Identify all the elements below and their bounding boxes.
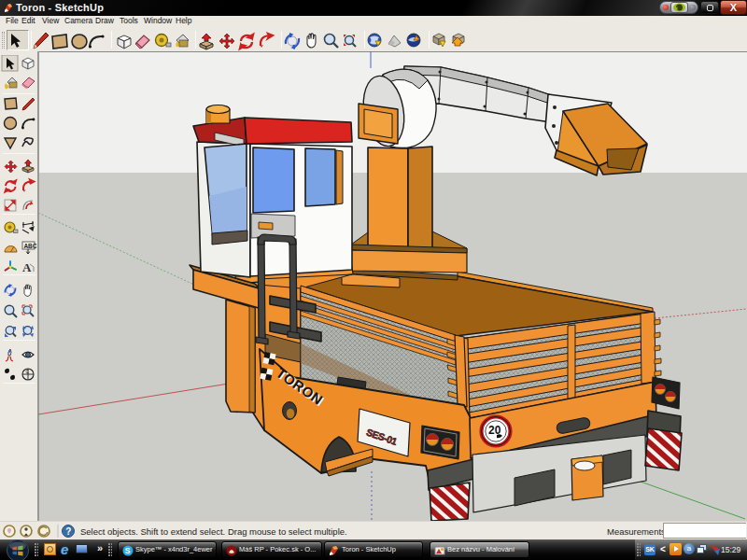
svg-text:?: ? [65, 526, 71, 537]
svg-text:A: A [22, 260, 32, 274]
svg-text:S: S [125, 546, 131, 555]
svg-text:ABC: ABC [23, 243, 36, 249]
svg-text:C: C [26, 370, 30, 374]
